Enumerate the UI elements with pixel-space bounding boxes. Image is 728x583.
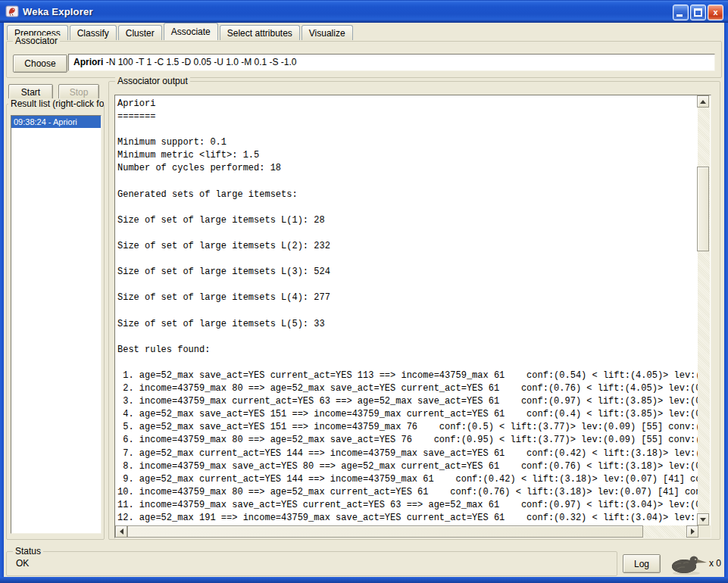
tab-associate[interactable]: Associate (164, 23, 218, 40)
maximize-button[interactable] (690, 5, 706, 20)
tab-visualize[interactable]: Visualize (302, 25, 353, 40)
tab-cluster[interactable]: Cluster (118, 25, 162, 40)
close-icon: x (713, 8, 717, 17)
result-list-item[interactable]: 09:38:24 - Apriori (11, 116, 101, 128)
associator-scheme-name: Apriori (73, 57, 103, 67)
vertical-scrollbar[interactable] (698, 95, 710, 525)
arrow-right-icon (691, 528, 698, 535)
associator-output-group: Associator output Apriori ======= Minimu… (108, 81, 720, 540)
associator-config-field[interactable]: Apriori -N 100 -T 1 -C 1.5 -D 0.05 -U 1.… (68, 54, 715, 71)
scroll-up-button[interactable] (697, 95, 709, 108)
weka-bird-counter: x 0 (709, 558, 721, 569)
arrow-left-icon (117, 528, 123, 535)
horizontal-scrollbar[interactable] (115, 525, 698, 538)
title-bar: Weka Explorer x (0, 0, 728, 23)
minimize-icon (676, 14, 683, 17)
window-border-bottom (0, 577, 728, 583)
tab-classify[interactable]: Classify (70, 25, 117, 40)
window-border-right (724, 23, 728, 577)
scroll-down-button[interactable] (697, 513, 709, 525)
associator-output-text: Apriori ======= Minimum support: 0.1 Min… (117, 98, 698, 525)
arrow-up-icon (700, 97, 706, 104)
result-list[interactable]: 09:38:24 - Apriori (11, 115, 102, 534)
associator-output-group-label: Associator output (115, 76, 190, 86)
log-button[interactable]: Log (623, 554, 661, 573)
vertical-scroll-thumb[interactable] (697, 167, 709, 251)
status-group-label: Status (13, 546, 43, 556)
associator-output-viewport[interactable]: Apriori ======= Minimum support: 0.1 Min… (115, 95, 698, 525)
horizontal-scroll-thumb[interactable] (127, 525, 643, 538)
maximize-icon (694, 8, 702, 17)
associator-output-box: Apriori ======= Minimum support: 0.1 Min… (114, 95, 711, 538)
minimize-button[interactable] (673, 5, 689, 20)
result-list-group: Result list (right-click for o 09:38:24 … (6, 104, 105, 540)
associator-group-label: Associator (13, 36, 60, 46)
window-border-left (0, 23, 4, 577)
weka-app-icon (5, 5, 19, 18)
status-group: Status OK (6, 551, 617, 576)
arrow-down-icon (700, 518, 706, 525)
weka-bird-icon (668, 553, 708, 575)
result-list-group-label: Result list (right-click for o (8, 98, 104, 109)
status-message: OK (16, 558, 29, 569)
tab-select-attributes[interactable]: Select attributes (220, 25, 300, 40)
scroll-left-button[interactable] (115, 525, 127, 538)
close-button[interactable]: x (708, 5, 723, 20)
associator-scheme-options: -N 100 -T 1 -C 1.5 -D 0.05 -U 1.0 -M 0.1… (103, 57, 296, 67)
scroll-right-button[interactable] (686, 525, 698, 538)
window-title: Weka Explorer (23, 6, 93, 17)
choose-button[interactable]: Choose (13, 55, 67, 73)
scrollbar-corner (698, 525, 711, 538)
